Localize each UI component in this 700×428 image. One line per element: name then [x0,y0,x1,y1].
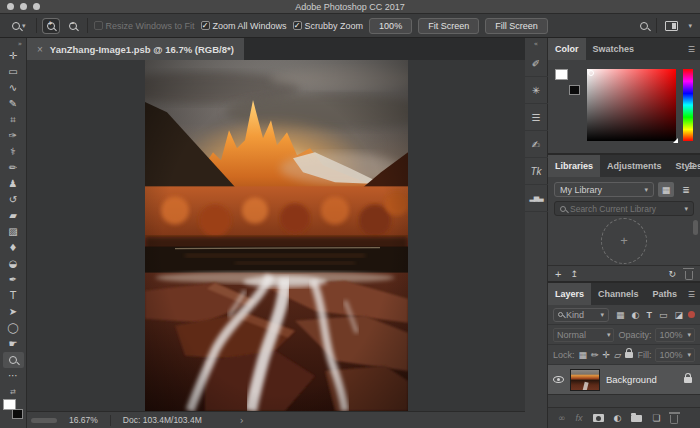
new-group-icon[interactable] [631,415,642,422]
lock-position-icon[interactable]: ✛ [603,350,611,360]
zoom-level-field[interactable]: 16.67% [69,415,98,425]
opacity-select[interactable]: 100% ▾ [655,328,695,342]
notes-panel-icon[interactable]: ✍ [525,131,548,158]
delete-layer-icon[interactable] [670,415,678,424]
brush-presets-panel-icon[interactable]: ✐ [525,50,548,77]
move-tool[interactable]: ✛ [3,48,24,64]
lock-all-icon[interactable] [625,352,633,358]
horizontal-scrollbar-thumb[interactable] [31,418,57,423]
path-selection-tool[interactable]: ➤ [3,304,24,320]
fit-screen-button[interactable]: Fit Screen [418,18,479,34]
add-layer-mask-icon[interactable] [593,414,604,422]
tk-panel-icon[interactable]: Tk [525,158,548,185]
background-color-chip[interactable] [12,409,23,419]
vertical-scrollbar-thumb[interactable] [693,220,698,235]
layer-row-background[interactable]: Background [548,365,700,395]
pen-tool[interactable]: ✒ [3,272,24,288]
filter-pixel-layers-icon[interactable]: ▦ [616,310,625,320]
sync-library-icon[interactable]: ↻ [668,269,676,279]
hand-tool[interactable]: ☛ [3,336,24,352]
actions-panel-icon[interactable]: ✳ [525,77,548,104]
layer-visibility-eye-icon[interactable] [553,376,564,383]
library-select[interactable]: My Library ▾ [554,182,654,197]
zoom-all-windows-checkbox[interactable]: ✓ Zoom All Windows [201,21,287,31]
zoom-out-button[interactable]: − [65,19,81,33]
canvas-area[interactable] [27,60,525,411]
tab-styles[interactable]: Styles [669,155,700,177]
document-tab[interactable]: × YanZhang-Image1.psb @ 16.7% (RGB/8*) [27,38,244,60]
library-search-field[interactable]: ▾ [554,201,694,216]
panel-menu-icon[interactable]: ☰ [688,290,695,299]
background-color-chip[interactable] [569,85,580,95]
upload-library-icon[interactable]: ↥ [570,269,578,279]
quick-selection-tool[interactable]: ✎ [3,96,24,112]
lock-image-pixels-icon[interactable]: ✏ [591,350,599,360]
hue-slider[interactable] [683,69,693,141]
tab-libraries[interactable]: Libraries [548,155,600,177]
filter-shape-layers-icon[interactable]: ▭ [659,310,668,320]
dodge-tool[interactable]: ◒ [3,256,24,272]
link-layers-icon[interactable]: ∞ [558,413,566,423]
spot-healing-brush-tool[interactable]: ⚕ [3,144,24,160]
delete-library-item-icon[interactable] [685,271,693,280]
close-tab-icon[interactable]: × [37,44,43,55]
brush-tool[interactable]: ✏ [3,160,24,176]
eraser-tool[interactable]: ▰ [3,208,24,224]
status-expander-chevron-icon[interactable]: › [240,415,244,426]
ellipse-tool[interactable]: ◯ [3,320,24,336]
layer-name[interactable]: Background [606,374,678,385]
tab-color[interactable]: Color [548,38,586,60]
filter-toggle-dot[interactable] [688,311,695,318]
grid-view-button[interactable]: ▦ [658,182,674,197]
new-adjustment-layer-icon[interactable]: ◐ [614,413,622,423]
lasso-tool[interactable]: ∿ [3,80,24,96]
layer-style-fx-icon[interactable]: fx [576,413,583,423]
workspace-switcher-icon[interactable] [665,21,678,31]
tab-paths[interactable]: Paths [646,283,685,305]
zoom-in-button[interactable]: + [43,19,59,33]
swap-colors-icon[interactable]: ⇄ [10,388,16,396]
search-icon[interactable] [640,22,648,30]
fill-screen-button[interactable]: Fill Screen [485,18,548,34]
foreground-background-colors[interactable] [3,399,23,419]
gradient-tool[interactable]: ▨ [3,224,24,240]
blur-tool[interactable]: ♦ [3,240,24,256]
filter-smart-objects-icon[interactable]: ◪ [674,310,683,320]
edit-toolbar-button[interactable]: ⋯ [3,368,24,384]
new-library-element-button[interactable]: + [555,268,561,280]
tab-swatches[interactable]: Swatches [586,38,642,60]
histogram-panel-icon[interactable]: ▂▅▃ [525,185,548,212]
tab-adjustments[interactable]: Adjustments [600,155,669,177]
crop-tool[interactable]: ⌗ [3,112,24,128]
filter-type-layers-icon[interactable]: T [646,310,652,320]
rectangular-marquee-tool[interactable]: ▭ [3,64,24,80]
panel-menu-icon[interactable]: ☰ [688,162,695,171]
clone-stamp-tool[interactable]: ♟ [3,176,24,192]
library-dropzone[interactable]: + [548,216,700,265]
panel-menu-icon[interactable]: ☰ [688,45,695,54]
zoom-tool[interactable] [3,352,24,368]
lock-transparent-pixels-icon[interactable]: ▦ [579,350,588,360]
resize-windows-checkbox[interactable]: Resize Windows to Fit [94,21,195,31]
blend-mode-select[interactable]: Normal ▾ [553,328,614,342]
lock-artboard-icon[interactable]: ▱ [614,350,621,360]
tab-layers[interactable]: Layers [548,283,591,305]
list-view-button[interactable]: ≣ [678,182,694,197]
type-tool[interactable]: T [3,288,24,304]
properties-panel-icon[interactable]: ☰ [525,104,548,131]
toolbar-expand-chevron-icon[interactable]: » [18,40,26,48]
foreground-color-chip[interactable] [3,399,16,410]
new-layer-icon[interactable]: ❏ [652,413,660,423]
layer-thumbnail[interactable] [570,369,600,391]
actual-pixels-button[interactable]: 100% [369,18,412,34]
tab-channels[interactable]: Channels [591,283,646,305]
library-search-input[interactable] [570,204,678,214]
fill-select[interactable]: 100% ▾ [655,348,695,362]
current-tool-button[interactable]: ▾ [8,19,30,33]
eyedropper-tool[interactable]: ✑ [3,128,24,144]
scrubby-zoom-checkbox[interactable]: ✓ Scrubby Zoom [293,21,364,31]
foreground-color-chip[interactable] [555,69,568,80]
panels-collapse-chevron-icon[interactable]: « [534,38,538,50]
history-brush-tool[interactable]: ↺ [3,192,24,208]
filter-adjustment-layers-icon[interactable]: ◐ [632,310,640,320]
